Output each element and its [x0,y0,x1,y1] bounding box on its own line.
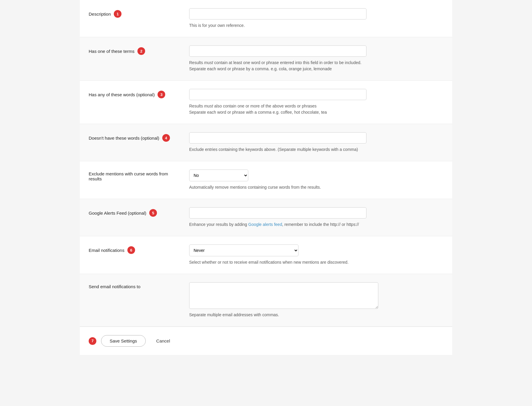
label-text-email-notifications: Email notifications [89,248,124,253]
badge-2: 2 [137,47,145,55]
field-description: This is for your own reference. [189,8,443,29]
description-input[interactable] [189,8,366,19]
form-container: Description 1 This is for your own refer… [80,0,452,355]
send-email-to-hint: Separate multiple email addresses with c… [189,312,443,318]
has-any-words-hint: Results must also contain one or more of… [189,103,443,115]
google-alerts-feed-hint: Enhance your results by adding Google al… [189,221,443,228]
badge-3: 3 [158,91,165,98]
save-button[interactable]: Save Settings [101,335,146,347]
description-hint: This is for your own reference. [189,22,443,29]
label-has-one-terms: Has one of these terms 2 [89,45,189,55]
badge-5: 5 [149,209,157,217]
label-text-doesnt-have-words: Doesn't have these words (optional) [89,136,159,141]
label-text-send-email-to: Send email notifications to [89,284,140,289]
has-one-terms-input[interactable] [189,45,366,57]
row-has-one-of-these-terms: Has one of these terms 2 Results must co… [80,37,452,81]
label-exclude-curse-words: Exclude mentions with curse words from r… [89,169,189,181]
row-doesnt-have-words: Doesn't have these words (optional) 4 Ex… [80,124,452,161]
badge-7: 7 [89,337,96,345]
email-notifications-select[interactable]: Never Immediately Daily Weekly [189,244,299,256]
label-text-has-one-terms: Has one of these terms [89,49,134,54]
row-send-email-to: Send email notifications to Separate mul… [80,274,452,327]
cancel-button[interactable]: Cancel [150,335,176,346]
label-email-notifications: Email notifications 6 [89,244,189,254]
label-text-has-any-words: Has any of these words (optional) [89,92,155,97]
doesnt-have-words-input[interactable] [189,132,366,144]
badge-6: 6 [127,246,135,254]
label-text-google-alerts-feed: Google Alerts Feed (optional) [89,211,146,216]
has-any-words-input[interactable] [189,89,366,100]
field-has-any-words: Results must also contain one or more of… [189,89,443,115]
exclude-curse-words-hint: Automatically remove mentions containing… [189,184,443,190]
row-has-any-of-these-words: Has any of these words (optional) 3 Resu… [80,81,452,124]
google-alerts-feed-input[interactable] [189,207,366,219]
send-email-to-textarea[interactable] [189,282,378,309]
doesnt-have-words-hint: Exclude entries containing the keywords … [189,146,443,153]
badge-1: 1 [114,10,121,18]
row-description: Description 1 This is for your own refer… [80,0,452,37]
field-google-alerts-feed: Enhance your results by adding Google al… [189,207,443,228]
row-google-alerts-feed: Google Alerts Feed (optional) 5 Enhance … [80,199,452,236]
field-email-notifications: Never Immediately Daily Weekly Select wh… [189,244,443,265]
field-has-one-terms: Results must contain at least one word o… [189,45,443,72]
field-send-email-to: Separate multiple email addresses with c… [189,282,443,318]
exclude-curse-words-select[interactable]: No Yes [189,169,248,181]
label-text-exclude-curse-words: Exclude mentions with curse words from r… [89,171,180,181]
row-exclude-curse-words: Exclude mentions with curse words from r… [80,161,452,199]
field-doesnt-have-words: Exclude entries containing the keywords … [189,132,443,153]
label-doesnt-have-words: Doesn't have these words (optional) 4 [89,132,189,142]
email-notifications-hint: Select whether or not to receive email n… [189,259,443,265]
field-exclude-curse-words: No Yes Automatically remove mentions con… [189,169,443,190]
label-text-description: Description [89,12,111,17]
has-one-terms-hint: Results must contain at least one word o… [189,60,443,72]
row-email-notifications: Email notifications 6 Never Immediately … [80,236,452,274]
label-has-any-words: Has any of these words (optional) 3 [89,89,189,98]
badge-4: 4 [162,134,170,142]
label-google-alerts-feed: Google Alerts Feed (optional) 5 [89,207,189,217]
label-send-email-to: Send email notifications to [89,282,189,289]
google-alerts-link[interactable]: Google alerts feed [248,222,282,227]
label-description: Description 1 [89,8,189,18]
form-actions: 7 Save Settings Cancel [80,327,452,355]
